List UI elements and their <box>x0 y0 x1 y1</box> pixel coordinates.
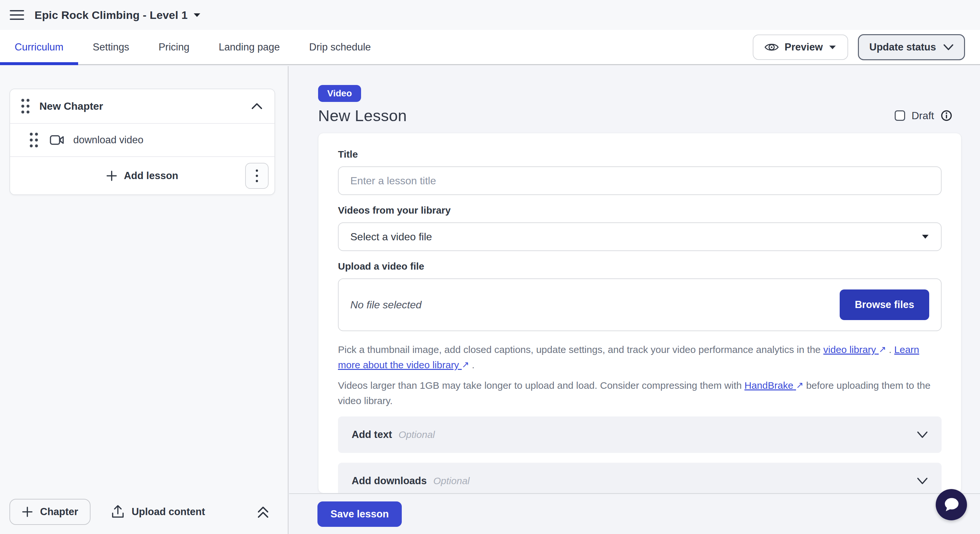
kebab-menu-icon <box>255 169 259 183</box>
no-file-text: No file selected <box>350 299 422 311</box>
external-link-icon: ↗ <box>462 358 469 372</box>
lesson-item-download-video[interactable]: download video <box>10 124 274 157</box>
lesson-editor-main: Video New Lesson Draft Title Videos from… <box>289 66 980 534</box>
chapter-title: New Chapter <box>40 100 103 112</box>
caret-down-icon <box>829 44 837 50</box>
tabs: Curriculum Settings Pricing Landing page… <box>0 30 385 64</box>
video-library-help-text: Pick a thumbnail image, add closed capti… <box>338 342 942 373</box>
chapter-options-button[interactable] <box>245 163 269 189</box>
video-library-select-value: Select a video file <box>350 231 432 243</box>
add-text-label: Add text <box>352 429 392 440</box>
lesson-title-input[interactable] <box>338 166 942 195</box>
tabbar-actions: Preview Update status <box>753 30 980 64</box>
upload-content-button[interactable]: Upload content <box>111 505 205 519</box>
compression-help-text: Videos larger than 1GB may take longer t… <box>338 378 942 408</box>
add-chapter-button[interactable]: Chapter <box>10 499 91 525</box>
chapter-footer: Add lesson <box>10 157 274 194</box>
add-text-panel[interactable]: Add text Optional <box>338 416 942 453</box>
chapter-card: New Chapter download video Add lesson <box>10 89 275 195</box>
drag-handle-icon[interactable] <box>20 97 31 115</box>
chevron-up-icon[interactable] <box>251 103 263 110</box>
preview-label: Preview <box>785 41 823 53</box>
chevron-down-icon <box>943 44 954 51</box>
add-lesson-label: Add lesson <box>124 170 178 182</box>
draft-label: Draft <box>912 110 934 122</box>
video-camera-icon <box>50 135 64 145</box>
help-text: Pick a thumbnail image, add closed capti… <box>338 344 823 355</box>
tab-curriculum[interactable]: Curriculum <box>0 30 78 64</box>
handbrake-link[interactable]: HandBrake ↗ <box>745 380 803 391</box>
page-title: New Lesson <box>318 106 407 125</box>
lesson-item-label: download video <box>73 134 143 146</box>
tab-bar: Curriculum Settings Pricing Landing page… <box>0 30 980 65</box>
plus-icon <box>106 170 117 181</box>
external-link-icon: ↗ <box>796 378 803 393</box>
external-link-icon: ↗ <box>879 342 886 357</box>
curriculum-sidebar: New Chapter download video Add lesson <box>0 66 288 534</box>
chevron-down-icon <box>917 477 928 485</box>
caret-down-icon <box>193 12 201 18</box>
update-status-label: Update status <box>869 41 936 53</box>
help-text: . <box>886 344 894 355</box>
tab-pricing[interactable]: Pricing <box>144 30 204 64</box>
plus-icon <box>22 506 33 517</box>
chat-bubble-icon <box>943 497 960 512</box>
draft-control: Draft <box>895 110 952 122</box>
chapter-header[interactable]: New Chapter <box>10 89 274 124</box>
title-field-label: Title <box>338 149 942 160</box>
tab-drip-schedule[interactable]: Drip schedule <box>295 30 386 64</box>
video-upload-dropzone[interactable]: No file selected Browse files <box>338 278 942 331</box>
hamburger-menu-icon[interactable] <box>10 8 24 22</box>
course-title[interactable]: Epic Rock Climbing - Level 1 <box>35 9 188 22</box>
video-library-select[interactable]: Select a video file <box>338 222 942 251</box>
upload-icon <box>111 505 124 519</box>
add-downloads-label: Add downloads <box>352 475 427 487</box>
lesson-type-badge: Video <box>318 85 361 102</box>
info-icon[interactable] <box>940 110 952 121</box>
optional-label: Optional <box>399 429 435 440</box>
sidebar-bottom-bar: Chapter Upload content <box>10 499 270 525</box>
drag-handle-icon[interactable] <box>28 131 40 149</box>
tab-landing-page[interactable]: Landing page <box>204 30 295 64</box>
lesson-form-card: Title Videos from your library Select a … <box>318 133 961 493</box>
collapse-all-button[interactable] <box>256 505 270 519</box>
optional-label: Optional <box>433 475 470 486</box>
library-field-label: Videos from your library <box>338 205 942 216</box>
video-library-link[interactable]: video library ↗ <box>823 344 886 355</box>
help-text: Videos larger than 1GB may take longer t… <box>338 380 745 391</box>
select-caret-icon <box>921 234 929 239</box>
help-text: . <box>469 359 475 370</box>
save-lesson-button[interactable]: Save lesson <box>317 501 402 527</box>
upload-content-label: Upload content <box>132 506 205 518</box>
top-bar: Epic Rock Climbing - Level 1 <box>0 0 980 30</box>
preview-button[interactable]: Preview <box>753 35 848 60</box>
draft-checkbox[interactable] <box>895 110 905 121</box>
update-status-button[interactable]: Update status <box>858 34 965 60</box>
tab-settings[interactable]: Settings <box>78 30 144 64</box>
chevron-down-icon <box>917 431 928 438</box>
chat-widget-button[interactable] <box>936 489 967 520</box>
eye-icon <box>764 42 779 52</box>
save-footer: Save lesson <box>289 493 980 534</box>
browse-files-button[interactable]: Browse files <box>840 289 929 320</box>
upload-field-label: Upload a video file <box>338 261 942 272</box>
add-lesson-button[interactable]: Add lesson <box>106 170 178 182</box>
add-downloads-panel[interactable]: Add downloads Optional <box>338 463 942 493</box>
lesson-editor-app: Epic Rock Climbing - Level 1 Curriculum … <box>0 0 980 534</box>
double-chevron-up-icon <box>256 505 270 519</box>
add-chapter-label: Chapter <box>40 506 78 518</box>
lesson-header: Video New Lesson Draft <box>318 85 952 125</box>
